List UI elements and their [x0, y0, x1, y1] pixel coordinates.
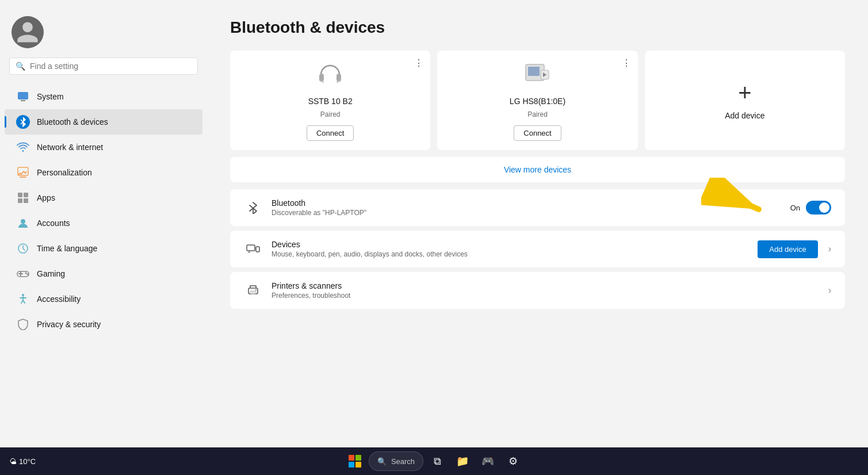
taskbar-app-icon[interactable]: 🎮 [476, 450, 499, 473]
device-card-sstb: ⋮ SSTB 10 B2 Paired Connect [230, 51, 430, 150]
taskbar-search-label: Search [391, 457, 415, 466]
device-status-lg: Paired [527, 110, 548, 118]
task-view-icon: ⧉ [434, 455, 441, 468]
sidebar-item-apps[interactable]: Apps [5, 185, 202, 210]
sidebar-item-apps-label: Apps [37, 193, 55, 202]
devices-setting-icon [244, 240, 262, 258]
search-box[interactable]: 🔍 [9, 58, 198, 75]
accounts-icon [16, 216, 30, 230]
page-title: Bluetooth & devices [230, 18, 845, 37]
svg-rect-21 [256, 247, 259, 252]
svg-point-11 [27, 274, 29, 275]
sidebar-item-personalization-label: Personalization [37, 168, 92, 177]
app-icon: 🎮 [481, 455, 494, 468]
sidebar-item-network-label: Network & internet [37, 143, 103, 152]
sidebar: 🔍 System Bluetooth & devices [0, 0, 207, 475]
bluetooth-description: Discoverable as "HP-LAPTOP" [272, 209, 781, 217]
view-more-text: View more devices [244, 165, 831, 174]
printers-chevron-icon: › [828, 285, 831, 296]
bluetooth-setting-info: Bluetooth Discoverable as "HP-LAPTOP" [272, 198, 781, 217]
device-menu-sstb[interactable]: ⋮ [414, 58, 423, 68]
privacy-icon [16, 317, 30, 331]
bluetooth-toggle[interactable] [806, 201, 831, 214]
sidebar-item-time[interactable]: Time & language [5, 236, 202, 261]
bluetooth-icon [16, 115, 30, 129]
windows-start-button[interactable] [343, 450, 366, 473]
devices-description: Mouse, keyboard, pen, audio, displays an… [272, 250, 748, 258]
view-more-row[interactable]: View more devices [230, 157, 845, 182]
devices-title: Devices [272, 240, 748, 249]
avatar[interactable] [12, 16, 44, 48]
sidebar-item-personalization[interactable]: Personalization [5, 160, 202, 185]
add-icon: + [738, 81, 751, 104]
headphones-icon [315, 60, 345, 92]
bluetooth-setting-row: Bluetooth Discoverable as "HP-LAPTOP" On [230, 189, 845, 226]
svg-point-13 [22, 294, 24, 296]
apps-icon [16, 191, 30, 205]
add-device-card[interactable]: + Add device [645, 51, 845, 150]
time-icon [16, 242, 30, 255]
settings-taskbar-icon: ⚙ [508, 455, 518, 468]
printers-setting-info: Printers & scanners Preferences, trouble… [272, 281, 815, 300]
taskbar-search-icon: 🔍 [377, 457, 387, 466]
sidebar-item-bluetooth[interactable]: Bluetooth & devices [5, 109, 202, 135]
connect-button-lg[interactable]: Connect [514, 125, 561, 141]
printers-description: Preferences, troubleshoot [272, 292, 815, 300]
gaming-icon [16, 267, 30, 281]
sidebar-item-bluetooth-label: Bluetooth & devices [37, 117, 108, 127]
device-name-sstb: SSTB 10 B2 [308, 97, 353, 106]
svg-rect-1 [21, 100, 25, 101]
media-icon [522, 60, 552, 92]
nav-list: System Bluetooth & devices [0, 84, 207, 337]
system-icon [16, 90, 30, 104]
task-view-button[interactable]: ⧉ [426, 450, 449, 473]
file-explorer-icon: 📁 [456, 455, 469, 468]
main-content: Bluetooth & devices ⋮ SSTB 10 B2 Paired [207, 0, 868, 475]
taskbar-search-button[interactable]: 🔍 Search [369, 451, 423, 471]
taskbar: 🌤 10°C 🔍 Search ⧉ 📁 🎮 [0, 447, 868, 475]
bluetooth-title: Bluetooth [272, 198, 781, 208]
bluetooth-toggle-label: On [790, 204, 800, 212]
file-explorer-button[interactable]: 📁 [451, 450, 474, 473]
connect-button-sstb[interactable]: Connect [307, 125, 354, 141]
svg-rect-24 [250, 291, 256, 294]
sidebar-item-network[interactable]: Network & internet [5, 135, 202, 160]
network-icon [16, 140, 30, 154]
device-menu-lg[interactable]: ⋮ [622, 58, 631, 68]
weather-widget: 🌤 10°C [9, 457, 36, 466]
device-card-lg: ⋮ LG HS8(B1:0E) Paired Connect [437, 51, 637, 150]
search-input[interactable] [30, 62, 192, 71]
personalization-icon [16, 166, 30, 179]
sidebar-item-accessibility[interactable]: Accessibility [5, 286, 202, 312]
add-device-button[interactable]: Add device [758, 240, 817, 258]
svg-rect-3 [20, 177, 26, 178]
svg-rect-7 [24, 198, 28, 203]
svg-point-8 [21, 219, 25, 224]
devices-setting-row[interactable]: Devices Mouse, keyboard, pen, audio, dis… [230, 231, 845, 267]
sidebar-item-privacy[interactable]: Privacy & security [5, 312, 202, 337]
devices-chevron-icon: › [828, 244, 831, 254]
taskbar-left: 🌤 10°C [9, 457, 36, 466]
sidebar-item-gaming-label: Gaming [37, 269, 65, 278]
weather-icon: 🌤 [9, 457, 17, 466]
devices-action-area: Add device › [758, 240, 831, 258]
accessibility-icon [16, 292, 30, 306]
svg-rect-0 [18, 92, 28, 99]
svg-rect-5 [24, 193, 28, 197]
devices-setting-info: Devices Mouse, keyboard, pen, audio, dis… [272, 240, 748, 258]
sidebar-item-system[interactable]: System [5, 84, 202, 109]
svg-rect-6 [18, 198, 22, 203]
bluetooth-setting-icon [244, 198, 262, 217]
sidebar-item-accounts[interactable]: Accounts [5, 210, 202, 236]
svg-rect-22 [248, 251, 250, 253]
device-status-sstb: Paired [320, 110, 341, 118]
taskbar-center: 🔍 Search ⧉ 📁 🎮 ⚙ [343, 450, 525, 473]
add-device-label: Add device [725, 111, 764, 120]
svg-point-10 [25, 273, 27, 274]
printers-setting-row[interactable]: Printers & scanners Preferences, trouble… [230, 272, 845, 309]
sidebar-item-gaming[interactable]: Gaming [5, 261, 202, 286]
sidebar-item-accounts-label: Accounts [37, 219, 70, 228]
printers-title: Printers & scanners [272, 281, 815, 290]
taskbar-settings-button[interactable]: ⚙ [502, 450, 525, 473]
device-name-lg: LG HS8(B1:0E) [510, 97, 565, 106]
